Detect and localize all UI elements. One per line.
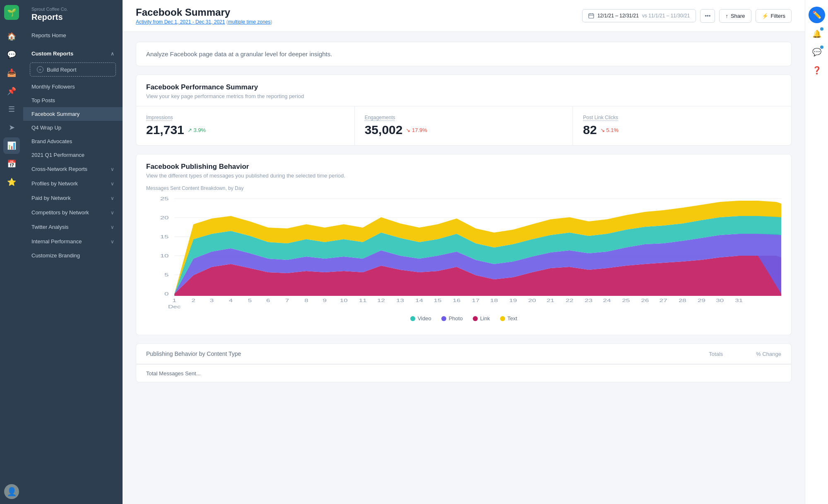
table-card: Publishing Behavior by Content Type Tota… <box>136 343 792 382</box>
svg-text:15: 15 <box>160 234 169 239</box>
edit-icon: ✏️ <box>812 10 821 19</box>
help-icon[interactable]: ❓ <box>809 63 824 78</box>
page-header-left: Facebook Summary Activity from Dec 1, 20… <box>136 7 272 25</box>
app-logo[interactable]: 🌱 <box>4 5 19 20</box>
page-header: Facebook Summary Activity from Dec 1, 20… <box>123 0 805 32</box>
svg-text:19: 19 <box>509 298 517 303</box>
page-subtitle: Activity from Dec 1, 2021 - Dec 31, 2021… <box>136 19 272 25</box>
custom-reports-nav: Monthly FollowersTop PostsFacebook Summa… <box>23 80 123 162</box>
sidebar-item-q4-wrap-up[interactable]: Q4 Wrap Up <box>23 121 123 134</box>
share-label: Share <box>731 13 745 19</box>
chart-area: 0 5 10 15 20 25 <box>146 194 781 310</box>
legend-label-photo: Photo <box>449 315 463 322</box>
messages-icon[interactable]: 💬 <box>809 45 824 60</box>
legend-dot-link <box>473 316 478 321</box>
custom-reports-section-label[interactable]: Custom Reports ∧ <box>23 46 123 59</box>
metric-value: 82 ↘ 5.1% <box>583 123 781 137</box>
metric-label: Post Link Clicks <box>583 115 781 120</box>
sidebar-item-monthly-followers[interactable]: Monthly Followers <box>23 80 123 94</box>
filters-label: Filters <box>771 13 785 19</box>
svg-rect-0 <box>589 14 594 18</box>
chart-legend: Video Photo Link Text <box>146 310 781 326</box>
sidebar-group-profiles-by-network[interactable]: Profiles by Network∨ <box>23 176 123 191</box>
more-options-button[interactable]: ••• <box>700 9 715 23</box>
metric-label: Impressions <box>146 115 344 120</box>
sidebar-group-competitors-by-network[interactable]: Competitors by Network∨ <box>23 205 123 220</box>
sidebar-group-cross-network-reports[interactable]: Cross-Network Reports∨ <box>23 162 123 176</box>
svg-text:1: 1 <box>172 298 176 303</box>
logo-icon: 🌱 <box>7 8 16 17</box>
svg-text:30: 30 <box>716 298 724 303</box>
notifications-icon[interactable]: 🔔 <box>809 26 824 41</box>
legend-item-photo: Photo <box>441 315 463 322</box>
sidebar-item-brand-advocates[interactable]: Brand Advocates <box>23 134 123 148</box>
legend-label-text: Text <box>508 315 518 322</box>
chevron-icon: ∨ <box>111 181 114 187</box>
nav-message-icon[interactable]: 💬 <box>3 46 20 63</box>
svg-text:9: 9 <box>323 298 327 303</box>
svg-text:10: 10 <box>340 298 348 303</box>
main-content: Facebook Summary Activity from Dec 1, 20… <box>123 0 805 504</box>
sidebar-brand: Sprout Coffee Co. <box>31 7 114 12</box>
sidebar-item-reports-home[interactable]: Reports Home <box>23 29 123 42</box>
metric-value: 21,731 ↗ 3.9% <box>146 123 344 137</box>
svg-text:11: 11 <box>359 298 367 303</box>
legend-label-video: Video <box>418 315 431 322</box>
nav-list-icon[interactable]: ☰ <box>3 101 20 118</box>
notification-badge <box>820 27 823 31</box>
nav-calendar-icon[interactable]: 📅 <box>3 156 20 172</box>
performance-summary-subtitle: View your key page performance metrics f… <box>146 93 781 99</box>
sidebar-item-top-posts[interactable]: Top Posts <box>23 94 123 107</box>
date-range-button[interactable]: 12/1/21 – 12/31/21 vs 11/1/21 – 11/30/21 <box>582 9 696 22</box>
share-button[interactable]: ↑ Share <box>719 9 751 23</box>
nav-send-icon[interactable]: ➤ <box>3 119 20 136</box>
chart-svg: 0 5 10 15 20 25 <box>146 194 781 310</box>
user-avatar[interactable]: 👤 <box>4 484 19 499</box>
sidebar: Sprout Coffee Co. Reports Reports Home C… <box>23 0 123 504</box>
change-label: % Change <box>756 351 781 357</box>
nav-chart-icon[interactable]: 📊 <box>3 137 20 154</box>
table-card-header: Publishing Behavior by Content Type Tota… <box>136 344 791 364</box>
chevron-icon: ∨ <box>111 239 114 245</box>
publishing-behavior-header: Facebook Publishing Behavior View the di… <box>136 154 791 185</box>
sidebar-group-internal-performance[interactable]: Internal Performance∨ <box>23 234 123 249</box>
page-title: Facebook Summary <box>136 7 272 18</box>
sidebar-header: Sprout Coffee Co. Reports <box>23 0 123 25</box>
sidebar-group-twitter-analysis[interactable]: Twitter Analysis∨ <box>23 220 123 234</box>
performance-summary-card: Facebook Performance Summary View your k… <box>136 74 792 146</box>
metric-value: 35,002 ↘ 17.9% <box>365 123 563 137</box>
nav-home-icon[interactable]: 🏠 <box>3 28 20 45</box>
build-report-button[interactable]: + Build Report <box>30 62 116 77</box>
svg-text:3: 3 <box>210 298 214 303</box>
filters-icon: ⚡ <box>762 13 768 19</box>
svg-text:7: 7 <box>285 298 289 303</box>
nav-inbox-icon[interactable]: 📥 <box>3 65 20 81</box>
build-report-label: Build Report <box>47 67 77 73</box>
filters-button[interactable]: ⚡ Filters <box>756 9 792 23</box>
svg-text:17: 17 <box>472 298 479 303</box>
nav-star-icon[interactable]: ⭐ <box>3 174 20 190</box>
svg-text:28: 28 <box>679 298 686 303</box>
sidebar-app-title: Reports <box>31 12 114 22</box>
sidebar-item-customize-branding[interactable]: Customize Branding <box>23 249 123 262</box>
sidebar-item-facebook-summary[interactable]: Facebook Summary <box>23 107 123 121</box>
svg-text:25: 25 <box>160 196 169 201</box>
sidebar-item-2021-q1-performance[interactable]: 2021 Q1 Performance <box>23 148 123 162</box>
svg-text:Dec: Dec <box>168 305 181 309</box>
edit-button[interactable]: ✏️ <box>809 7 825 23</box>
sidebar-group-paid-by-network[interactable]: Paid by Network∨ <box>23 191 123 205</box>
chevron-icon: ∨ <box>111 195 114 201</box>
vs-date-text: vs 11/1/21 – 11/30/21 <box>642 13 690 19</box>
metric-change: ↘ 17.9% <box>406 127 427 133</box>
svg-text:20: 20 <box>528 298 536 303</box>
nav-pin-icon[interactable]: 📌 <box>3 83 20 99</box>
svg-text:14: 14 <box>415 298 423 303</box>
svg-text:18: 18 <box>490 298 498 303</box>
svg-text:5: 5 <box>248 298 252 303</box>
sidebar-custom-reports-section: Custom Reports ∧ + Build Report Monthly … <box>23 46 123 162</box>
timezone-link[interactable]: multiple time zones <box>228 19 271 25</box>
svg-text:23: 23 <box>585 298 592 303</box>
chart-container: 0 5 10 15 20 25 <box>136 194 791 335</box>
dots-icon: ••• <box>705 13 710 19</box>
metric-cell-post-link-clicks: Post Link Clicks 82 ↘ 5.1% <box>573 106 791 145</box>
